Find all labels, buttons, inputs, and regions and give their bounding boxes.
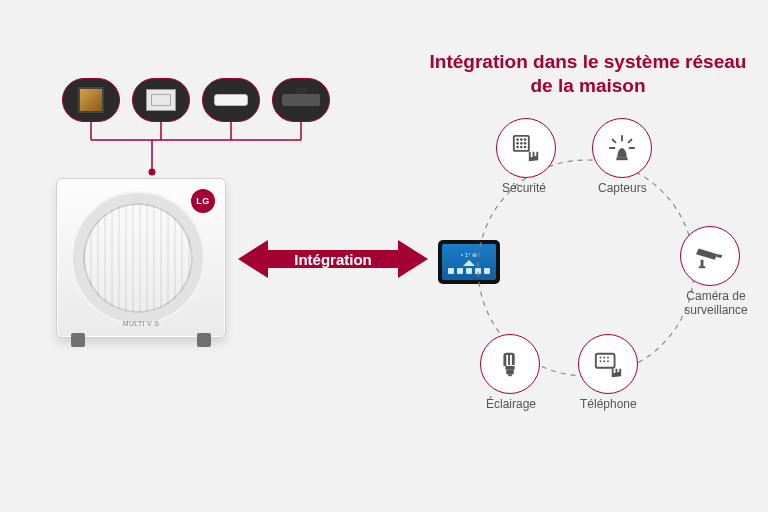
node-phone [578,334,638,394]
artcool-frame-icon [78,87,104,113]
indoor-unit-artcool [62,78,120,122]
svg-point-12 [524,138,527,141]
outdoor-unit-body: LG MULTI V S [56,178,226,338]
svg-point-13 [516,142,519,145]
tablet-touch-icon [593,349,623,379]
outdoor-unit: LG MULTI V S [56,178,236,378]
node-sensors-label: Capteurs [598,182,647,196]
cctv-camera-icon [695,241,725,271]
keypad-touch-icon [511,133,541,163]
svg-point-16 [516,146,519,149]
outdoor-fan-icon [73,193,203,323]
svg-rect-26 [596,354,615,368]
ducted-unit-icon [282,94,320,106]
node-sensors [592,118,652,178]
svg-point-17 [520,146,523,149]
node-phone-label: Téléphone [580,398,637,412]
svg-point-29 [607,357,609,359]
node-camera-label: Caméra de surveillance [676,290,756,318]
svg-point-10 [516,138,519,141]
svg-point-11 [520,138,523,141]
cfl-bulb-icon [495,349,525,379]
svg-point-28 [603,357,605,359]
ceiling-cassette-icon [146,89,176,111]
svg-rect-33 [505,366,514,370]
svg-rect-24 [701,260,704,268]
svg-line-21 [629,140,632,143]
indoor-unit-ducted [272,78,330,122]
wall-mount-icon [214,94,248,106]
svg-point-30 [600,360,602,362]
integration-arrow-label: Intégration [294,251,372,268]
indoor-units-connector [62,122,328,172]
svg-rect-35 [508,374,512,376]
indoor-units-row [62,78,330,122]
outdoor-model-label: MULTI V S [57,320,225,327]
node-camera [680,226,740,286]
network-title: Intégration dans le système réseau de la… [428,50,748,98]
node-security-label: Sécurité [502,182,546,196]
svg-point-15 [524,142,527,145]
svg-point-31 [603,360,605,362]
lg-logo-icon: LG [191,189,215,213]
node-lighting [480,334,540,394]
svg-point-14 [520,142,523,145]
svg-point-32 [607,360,609,362]
svg-point-27 [600,357,602,359]
node-security [496,118,556,178]
indoor-unit-wallmount [202,78,260,122]
svg-point-18 [524,146,527,149]
alarm-beacon-icon [607,133,637,163]
integration-arrow: Intégration [238,236,428,282]
node-lighting-label: Éclairage [486,398,536,412]
svg-point-6 [149,169,156,176]
indoor-unit-cassette [132,78,190,122]
svg-rect-34 [506,370,514,375]
svg-rect-25 [699,266,706,268]
svg-line-20 [613,140,616,143]
